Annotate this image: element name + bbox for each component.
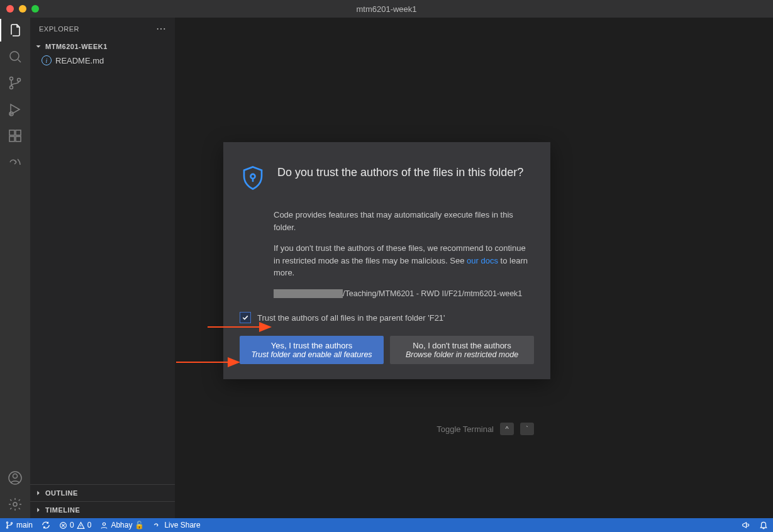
user-name: Abhay xyxy=(111,521,132,529)
svg-point-17 xyxy=(11,523,12,524)
explorer-activity[interactable] xyxy=(8,23,23,38)
file-item-readme[interactable]: i README.md xyxy=(30,53,175,67)
megaphone-icon xyxy=(742,521,750,529)
status-feedback[interactable] xyxy=(742,521,750,529)
svg-point-15 xyxy=(6,522,8,523)
git-branch-icon xyxy=(8,75,23,91)
dialog-paragraph-1: Code provides features that may automati… xyxy=(274,209,534,233)
status-problems[interactable]: 0 0 xyxy=(59,521,91,529)
sidebar-header: EXPLORER ⋯ xyxy=(30,18,175,40)
svg-point-3 xyxy=(18,79,21,82)
status-bar: main 0 0 Abhay 🔓 Live Share xyxy=(0,518,773,532)
accounts-activity[interactable] xyxy=(8,470,23,485)
sidebar-more-actions[interactable]: ⋯ xyxy=(156,23,167,35)
bell-icon xyxy=(759,521,768,529)
warning-count: 0 xyxy=(87,521,92,529)
svg-rect-7 xyxy=(16,136,21,141)
trust-button-sub: Trust folder and enable all features xyxy=(243,350,380,359)
trust-parent-checkbox-row[interactable]: Trust the authors of all files in the pa… xyxy=(240,312,534,323)
live-share-icon xyxy=(8,155,23,170)
warning-icon xyxy=(77,521,85,529)
info-file-icon: i xyxy=(42,55,52,65)
trust-authors-button[interactable]: Yes, I trust the authors Trust folder an… xyxy=(240,336,384,364)
timeline-label: TIMELINE xyxy=(45,506,80,514)
sidebar-title: EXPLORER xyxy=(39,25,79,33)
redacted-path-segment xyxy=(274,289,343,298)
settings-activity[interactable] xyxy=(8,497,23,512)
lock-icon: 🔓 xyxy=(135,521,144,529)
window-controls xyxy=(6,5,39,13)
status-user[interactable]: Abhay 🔓 xyxy=(100,521,144,529)
dont-trust-button-main: No, I don't trust the authors xyxy=(413,341,511,350)
close-window-button[interactable] xyxy=(6,5,14,13)
chevron-down-icon xyxy=(34,42,43,51)
person-icon xyxy=(100,521,108,529)
chevron-right-icon xyxy=(34,489,43,497)
status-sync[interactable] xyxy=(42,521,50,529)
files-icon xyxy=(8,23,23,38)
kbd-backtick: ` xyxy=(520,423,534,435)
shield-icon xyxy=(240,165,266,191)
svg-rect-5 xyxy=(9,130,14,135)
titlebar: mtm6201-week1 xyxy=(0,0,773,18)
sync-icon xyxy=(42,521,50,529)
hint-label: Toggle Terminal xyxy=(437,424,494,434)
source-control-activity[interactable] xyxy=(8,75,23,91)
search-icon xyxy=(8,49,23,64)
timeline-section[interactable]: TIMELINE xyxy=(30,501,175,518)
our-docs-link[interactable]: our docs xyxy=(467,256,498,265)
minimize-window-button[interactable] xyxy=(19,5,26,13)
status-branch[interactable]: main xyxy=(5,521,33,529)
live-share-label: Live Share xyxy=(164,521,200,529)
chevron-right-icon xyxy=(34,506,43,514)
svg-point-2 xyxy=(10,86,13,89)
annotation-arrow-yes-button xyxy=(176,356,245,371)
run-debug-activity[interactable] xyxy=(8,102,23,117)
explorer-sidebar: EXPLORER ⋯ MTM6201-WEEK1 i README.md OUT… xyxy=(30,18,175,518)
search-activity[interactable] xyxy=(8,49,23,64)
svg-point-1 xyxy=(10,77,13,80)
error-count: 0 xyxy=(70,521,74,529)
live-share-activity[interactable] xyxy=(8,155,23,170)
folder-path: /Teaching/MTM6201 - RWD II/F21/mtm6201-w… xyxy=(274,288,534,300)
annotation-arrow-checkbox xyxy=(208,321,277,336)
svg-point-10 xyxy=(13,474,18,479)
welcome-hint-toggle-terminal: Toggle Terminal ^ ` xyxy=(437,423,534,435)
dont-trust-authors-button[interactable]: No, I don't trust the authors Browse fol… xyxy=(390,336,534,364)
outline-label: OUTLINE xyxy=(45,489,78,497)
trust-button-main: Yes, I trust the authors xyxy=(271,341,353,350)
kbd-ctrl: ^ xyxy=(500,423,514,435)
live-share-icon xyxy=(153,521,162,529)
svg-point-12 xyxy=(251,174,255,179)
account-icon xyxy=(8,470,23,485)
workspace-section[interactable]: MTM6201-WEEK1 xyxy=(30,40,175,53)
svg-rect-6 xyxy=(9,136,14,141)
debug-icon xyxy=(8,102,23,117)
branch-name: main xyxy=(16,521,33,529)
dialog-paragraph-2: If you don't trust the authors of these … xyxy=(274,242,534,279)
status-notifications[interactable] xyxy=(759,521,768,529)
svg-point-0 xyxy=(10,52,19,60)
window-title: mtm6201-week1 xyxy=(0,4,773,14)
git-branch-icon xyxy=(5,521,14,529)
workspace-trust-dialog: Do you trust the authors of the files in… xyxy=(223,142,550,379)
svg-point-11 xyxy=(13,502,17,506)
outline-section[interactable]: OUTLINE xyxy=(30,484,175,501)
svg-rect-8 xyxy=(16,130,21,135)
extensions-activity[interactable] xyxy=(8,128,23,143)
activity-bar xyxy=(0,18,30,518)
svg-point-19 xyxy=(103,523,106,525)
extensions-icon xyxy=(8,128,23,143)
svg-point-16 xyxy=(6,527,8,528)
dont-trust-button-sub: Browse folder in restricted mode xyxy=(394,350,530,359)
maximize-window-button[interactable] xyxy=(31,5,39,13)
checkbox-label: Trust the authors of all files in the pa… xyxy=(257,313,445,323)
gear-icon xyxy=(8,497,23,512)
error-icon xyxy=(59,521,67,529)
dialog-title: Do you trust the authors of the files in… xyxy=(277,165,523,180)
file-name: README.md xyxy=(55,56,104,65)
workspace-name: MTM6201-WEEK1 xyxy=(45,43,108,50)
status-live-share[interactable]: Live Share xyxy=(153,521,200,529)
